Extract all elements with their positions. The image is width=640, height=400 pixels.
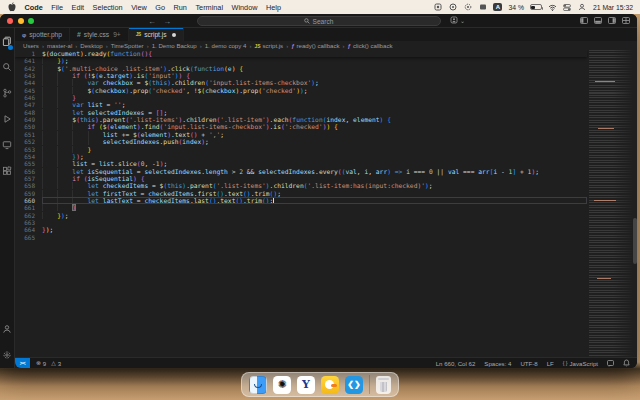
line-number[interactable]: 641 — [15, 57, 42, 64]
menu-extra-icon-3[interactable] — [463, 3, 472, 12]
code-line-657[interactable]: 657 if (isSequential) { — [15, 175, 587, 182]
eol-status[interactable]: LF — [547, 360, 554, 367]
line-number[interactable]: 659 — [15, 190, 42, 197]
line-number[interactable]: 648 — [15, 109, 42, 116]
breadcrumb-item[interactable]: Desktop — [80, 42, 102, 49]
code-line-1[interactable]: 1$(document).ready(function(){ — [15, 50, 587, 57]
line-code[interactable]: selectedIndexes.push(index); — [42, 138, 587, 145]
code-line-653[interactable]: 653 } — [15, 146, 587, 153]
line-code[interactable]: } — [42, 204, 587, 211]
line-code[interactable]: $(this).parent('.list-items').children('… — [42, 116, 587, 123]
line-code[interactable]: if (isSequential) { — [42, 175, 587, 182]
code-line-644[interactable]: 644 var checkbox = $(this).children('inp… — [15, 79, 587, 86]
menu-item-window[interactable]: Window — [232, 3, 258, 12]
line-code[interactable]: if (!$(e.target).is('input')) { — [42, 72, 587, 79]
line-number[interactable]: 649 — [15, 116, 42, 123]
menu-extra-icon-2[interactable] — [448, 3, 457, 12]
line-number[interactable]: 654 — [15, 153, 42, 160]
editor-scrollbar[interactable] — [633, 218, 637, 264]
activity-extensions-icon[interactable] — [0, 158, 14, 184]
line-code[interactable]: list = list.slice(0, -1); — [42, 160, 587, 167]
line-number[interactable]: 643 — [15, 72, 42, 79]
feedback-icon[interactable] — [607, 360, 614, 367]
line-number[interactable]: 646 — [15, 94, 42, 101]
code-line-641[interactable]: 641 }); — [15, 57, 587, 64]
breadcrumb-item[interactable]: Users — [23, 42, 39, 49]
notifications-bell-icon[interactable] — [623, 359, 630, 367]
line-number[interactable]: 652 — [15, 138, 42, 145]
line-number[interactable]: 645 — [15, 87, 42, 94]
menu-extra-icon-1[interactable] — [433, 3, 442, 12]
breadcrumb-item[interactable]: ƒclick() callback — [348, 42, 393, 49]
line-code[interactable]: $(document).ready(function(){ — [42, 50, 587, 57]
line-code[interactable]: let isSequential = selectedIndexes.lengt… — [42, 168, 587, 175]
code-line-663[interactable]: 663 — [15, 219, 587, 226]
input-source-icon[interactable]: A — [493, 3, 502, 11]
toggle-primary-sidebar-icon[interactable] — [580, 17, 588, 24]
menu-bar-clock[interactable]: 21 Mar 15:32 — [593, 4, 633, 11]
line-number[interactable]: 651 — [15, 131, 42, 138]
line-number[interactable]: 653 — [15, 146, 42, 153]
code-line-655[interactable]: 655 list = list.slice(0, -1); — [15, 160, 587, 167]
line-code[interactable]: if ($(element).find('input.list-items-ch… — [42, 123, 587, 130]
menu-item-run[interactable]: Run — [174, 3, 187, 12]
code-line-664[interactable]: 664}); — [15, 226, 587, 233]
trash-dock-icon[interactable] — [376, 376, 391, 394]
menu-item-app[interactable]: Code — [25, 3, 43, 12]
y-browser-dock-icon[interactable]: Y — [297, 376, 315, 394]
code-line-645[interactable]: 645 $(checkbox).prop('checked', !$(check… — [15, 87, 587, 94]
control-center-icon[interactable] — [563, 3, 572, 12]
vscode-dock-icon[interactable]: ❮❯ — [345, 376, 363, 394]
cursor-position[interactable]: Ln 660, Col 62 — [436, 360, 476, 367]
line-code[interactable]: let firstText = checkedItems.first().tex… — [42, 190, 587, 197]
settings-gear-icon[interactable] — [0, 342, 14, 368]
code-line-654[interactable]: 654 }); — [15, 153, 587, 160]
menu-item-file[interactable]: File — [51, 3, 63, 12]
breadcrumb-item[interactable]: ƒready() callback — [291, 42, 339, 49]
line-number[interactable]: 642 — [15, 65, 42, 72]
code-line-649[interactable]: 649 $(this).parent('.list-items').childr… — [15, 116, 587, 123]
line-number[interactable]: 655 — [15, 160, 42, 167]
navigate-back-icon[interactable]: ← — [148, 17, 156, 26]
line-code[interactable]: } — [42, 94, 587, 101]
line-number[interactable]: 644 — [15, 79, 42, 86]
line-number[interactable]: 662 — [15, 212, 42, 219]
window-title-bar[interactable]: ← → Search ⌄ — [0, 14, 637, 28]
wifi-icon[interactable] — [548, 3, 557, 12]
line-number[interactable]: 664 — [15, 226, 42, 233]
line-code[interactable]: }); — [42, 212, 587, 219]
activity-explorer-icon[interactable] — [0, 28, 14, 54]
battery-icon[interactable] — [530, 4, 542, 10]
line-number[interactable]: 1 — [15, 50, 42, 57]
line-code[interactable]: var checkbox = $(this).children('input.l… — [42, 79, 587, 86]
code-line-661[interactable]: 661 } — [15, 204, 587, 211]
activity-remote-explorer-icon[interactable] — [0, 132, 14, 158]
breadcrumb-item[interactable]: master-al — [47, 42, 72, 49]
code-line-659[interactable]: 659 let firstText = checkedItems.first()… — [15, 190, 587, 197]
code-line-647[interactable]: 647 var list = ''; — [15, 101, 587, 108]
line-code[interactable]: var list = ''; — [42, 101, 587, 108]
code-line-646[interactable]: 646 } — [15, 94, 587, 101]
breadcrumb-item[interactable]: JSscript.js — [254, 42, 283, 49]
accounts-icon[interactable] — [0, 316, 14, 342]
line-code[interactable]: let checkedItems = $(this).parent('.list… — [42, 182, 587, 189]
line-number[interactable]: 656 — [15, 168, 42, 175]
menu-item-view[interactable]: View — [131, 3, 147, 12]
apple-menu-icon[interactable] — [7, 3, 16, 12]
code-editor[interactable]: 1$(document).ready(function(){ 641 });64… — [15, 50, 637, 357]
line-code[interactable] — [42, 219, 587, 226]
code-line-660[interactable]: 660 let lastText = checkedItems.last().t… — [15, 197, 587, 204]
line-code[interactable]: $('.multi-choice .list-item').click(func… — [42, 65, 587, 72]
remote-indicator[interactable]: >< — [15, 358, 30, 368]
code-line-650[interactable]: 650 if ($(element).find('input.list-item… — [15, 123, 587, 130]
minimize-window-button[interactable] — [18, 18, 24, 24]
code-line-642[interactable]: 642 $('.multi-choice .list-item').click(… — [15, 65, 587, 72]
activity-search-icon[interactable] — [0, 54, 14, 80]
line-code[interactable]: let selectedIndexes = []; — [42, 109, 587, 116]
user-switch-icon[interactable] — [578, 3, 587, 12]
line-number[interactable]: 657 — [15, 175, 42, 182]
menu-extra-icon-4[interactable] — [478, 3, 487, 12]
menu-item-selection[interactable]: Selection — [93, 3, 123, 12]
code-line-651[interactable]: 651 list += $(element).text() + ','; — [15, 131, 587, 138]
line-code[interactable]: }); — [42, 153, 587, 160]
